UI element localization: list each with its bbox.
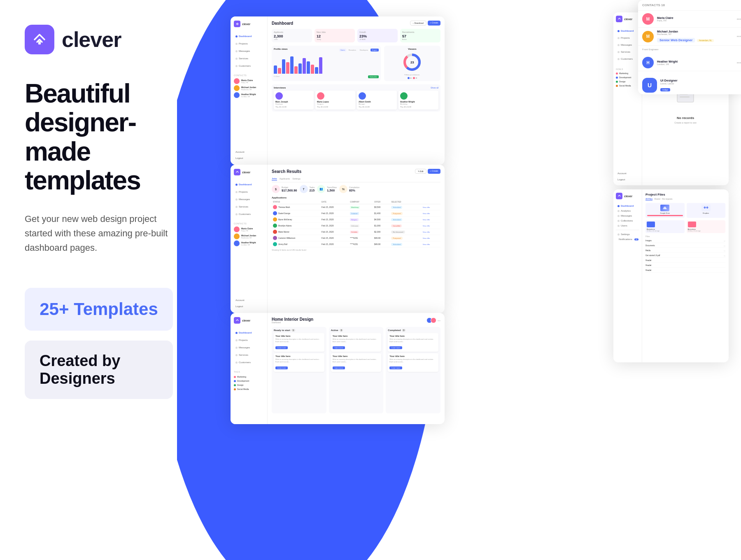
nav-messages[interactable]: Messages [234, 49, 264, 54]
s-nav-projects[interactable]: Projects [234, 189, 264, 194]
tab-settings[interactable]: Settings [292, 177, 301, 181]
pf-nav-dashboard[interactable]: Dashboard [616, 203, 639, 208]
logo-area: clever [25, 25, 173, 54]
r-nav-dashboard[interactable]: Dashboard [616, 28, 639, 33]
metric-completion: % Completion 83% [339, 185, 359, 193]
file-images: Images — [645, 239, 725, 243]
r-nav-projects[interactable]: Projects [616, 35, 639, 40]
pf-nav-analytics[interactable]: Analytics [616, 208, 639, 213]
r-nav-account[interactable]: Account [616, 171, 639, 176]
dots-icon-2[interactable]: ••• [736, 34, 741, 39]
logo-text: clever [62, 27, 121, 52]
kanban-content: Home Interior Design Dashboard ••• [268, 313, 445, 424]
s-nav-messages[interactable]: Messages [234, 197, 264, 202]
front-engineer-section: Front Engineer [638, 46, 741, 54]
search-sidebar: clever Dashboard Projects Messages Servi… [231, 165, 268, 313]
create-btn2[interactable]: + Create [428, 169, 440, 174]
pf-tab-shared[interactable]: Shared [654, 198, 660, 201]
left-panel: clever Beautiful designer-made templates… [0, 0, 198, 560]
pf-tab-allfiles[interactable]: All Files [645, 198, 652, 201]
contacts-label: CONTACTS 18 [638, 0, 741, 11]
search-contacts: Contacts Maria ClaireParis, FR Michael J… [234, 222, 264, 247]
pf-nav-settings[interactable]: Settings [616, 232, 639, 237]
k-nav-projects[interactable]: Projects [234, 338, 264, 343]
interview-heather: Heather Wright Marketing Thu, 24 | 11:00 [398, 91, 438, 110]
s-nav-account[interactable]: Account [234, 298, 264, 303]
contact-3: Heather Wright London, UK [234, 92, 264, 98]
folder-animations-2[interactable]: Animations 15 files | 15 min ago [687, 220, 726, 233]
folder-dropbox[interactable]: Dropbox [687, 203, 726, 218]
nav-logout[interactable]: Logout [234, 156, 264, 161]
file-media: Media — [645, 249, 725, 253]
kanban-title: Home Interior Design [272, 317, 313, 322]
r-nav-customers[interactable]: Customers [616, 56, 639, 61]
nav-customers[interactable]: Customers [234, 63, 264, 68]
kanban-item-3: Your title here Write an amazing descrip… [331, 333, 382, 352]
k-nav-messages[interactable]: Messages [234, 345, 264, 350]
designers-label: Created by Designers [40, 352, 158, 387]
nav-account[interactable]: Account [234, 149, 264, 154]
dashboard-card: clever Dashboard Projects Messages Servi… [231, 16, 445, 165]
kanban-tags: Tags Marketing Development Design [234, 371, 264, 391]
kanban-mini-logo: clever [234, 317, 264, 324]
s-nav-dashboard[interactable]: Dashboard [234, 182, 264, 187]
donut-chart: 23 [403, 53, 422, 72]
pf-tabs: All Files Shared File requests [645, 198, 725, 201]
k-nav-customers[interactable]: Customers [234, 360, 264, 365]
chart-section: Profile views Users Recruiters Developer… [272, 46, 440, 81]
kanban-card: clever Dashboard Projects Messages Servi… [231, 313, 445, 424]
pf-nav-collections[interactable]: Collections [616, 218, 639, 223]
designers-badge: Created by Designers [25, 341, 173, 399]
dashboard-title: Dashboard [272, 21, 293, 26]
project-files-card: clever Dashboard Analytics Messages Coll… [613, 189, 729, 362]
tab-applicants[interactable]: Applicants [280, 177, 290, 181]
kanban-item-4: Your title here Write an amazing descrip… [331, 353, 382, 372]
contacts-panel: CONTACTS 18 M Maria Claire Paris, FR •••… [638, 0, 741, 94]
file-header1: Header [645, 259, 725, 263]
pf-content: Project Files All Files Shared File requ… [642, 189, 729, 362]
applications-table: STATUS DATE COMPANY OFFER SELECTED There… [272, 200, 440, 247]
dots-icon[interactable]: ••• [736, 17, 741, 21]
create-btn[interactable]: + Create [428, 21, 440, 26]
mini-contacts: Contacts Maria Claire Paris, FR Michae [234, 74, 264, 99]
pf-tab-requests[interactable]: File requests [662, 198, 673, 201]
logo-icon [25, 25, 54, 54]
mini-logo-icon [234, 21, 240, 27]
file-documents: Documents — [645, 244, 725, 248]
folder-gdrive[interactable]: Google Drive [645, 203, 685, 218]
folder-animations-1[interactable]: Animations 15 files | 15 min ago [645, 220, 685, 233]
kanban-item-5: Your title here Write an amazing descrip… [388, 333, 438, 352]
metric-team: 👥 Team/Now 1,500 [317, 185, 337, 193]
edit-btn[interactable]: ✎ Edit [415, 169, 426, 174]
tab-jobs[interactable]: Jobs [272, 177, 277, 181]
download-btn[interactable]: ↓ Download [410, 21, 426, 26]
pf-nav-messages[interactable]: Messages [616, 213, 639, 218]
table-row: Brooklyn Adams Feb 15, 2020 Unknown $1,0… [272, 223, 440, 229]
profile-views-chart: Profile views Users Recruiters Developer… [272, 46, 381, 81]
s-nav-services[interactable]: Services [234, 204, 264, 209]
pf-nav-notifications[interactable]: Notifications 46 [616, 237, 639, 242]
nav-dashboard[interactable]: Dashboard [234, 34, 264, 39]
r-nav-logout[interactable]: Logout [616, 177, 639, 182]
metric-tasks: T Tasks 215 [300, 185, 315, 193]
dots-icon-3[interactable]: ••• [736, 61, 741, 65]
r-nav-messages[interactable]: Messages [616, 42, 639, 47]
templates-badge: 25+ Templates [25, 288, 173, 331]
s-nav-customers[interactable]: Customers [234, 212, 264, 217]
k-nav-dashboard[interactable]: Dashboard [234, 330, 264, 335]
s-nav-logout[interactable]: Logout [234, 304, 264, 309]
no-records-sublabel: Create a report to see [674, 121, 697, 124]
kanban-sidebar: clever Dashboard Projects Messages Servi… [231, 313, 268, 424]
reports-groups: Goals Marketing Development Design Socia… [616, 66, 639, 88]
pf-sidebar: clever Dashboard Analytics Messages Coll… [613, 189, 642, 362]
kanban-item-2: Your title here Write an amazing descrip… [274, 353, 324, 372]
stat-applicants: Applicants 2,300 +124 [272, 29, 312, 42]
r-nav-services[interactable]: Services [616, 49, 639, 54]
nav-services[interactable]: Services [234, 56, 264, 61]
file-getstarted: Get started UI.pdf — [645, 254, 725, 258]
nav-projects[interactable]: Projects [234, 41, 264, 46]
col-ready: Ready to start 1 Your title here Write a… [272, 327, 326, 413]
pf-nav-users[interactable]: Users [616, 223, 639, 228]
k-nav-services[interactable]: Services [234, 352, 264, 357]
profile-views-bars [274, 53, 379, 74]
